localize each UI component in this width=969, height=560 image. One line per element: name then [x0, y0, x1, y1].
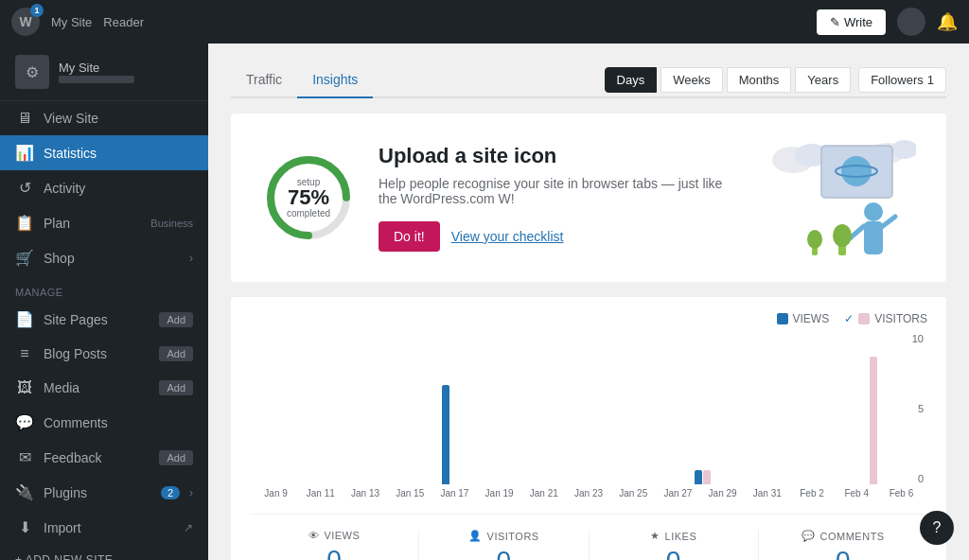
banner-description: Help people recognise your site in brows…: [379, 176, 742, 206]
likes-stat-icon: ★: [650, 530, 661, 542]
banner-illustration: [765, 136, 916, 259]
views-stat-icon: 👁: [308, 530, 320, 541]
tab-traffic[interactable]: Traffic: [231, 62, 297, 98]
sidebar-item-comments[interactable]: 💬 Comments: [0, 405, 208, 440]
period-days-button[interactable]: Days: [605, 67, 658, 93]
svg-point-9: [864, 202, 883, 221]
x-label-8: Jan 25: [611, 488, 656, 499]
chart-y-axis: 10 5 0: [899, 333, 927, 484]
manage-section-label: Manage: [0, 275, 208, 302]
chart-legend: VIEWS ✓ VISITORS: [250, 312, 927, 325]
sidebar-label-media: Media: [44, 380, 150, 395]
site-info: ⚙ My Site: [0, 44, 208, 101]
add-blog-posts-button[interactable]: Add: [159, 346, 193, 361]
views-bar-4: [442, 385, 449, 484]
sidebar-item-activity[interactable]: ↺ Activity: [0, 170, 208, 205]
sidebar-item-plugins[interactable]: 🔌 Plugins 2 ›: [0, 475, 208, 510]
sidebar-label-site-pages: Site Pages: [44, 312, 150, 327]
stat-comments: 💬 COMMENTS 0: [759, 530, 927, 560]
shop-icon: 🛒: [15, 249, 34, 267]
sidebar-item-media[interactable]: 🖼 Media Add: [0, 371, 208, 405]
shop-arrow-icon: ›: [189, 252, 193, 265]
statistics-icon: 📊: [15, 144, 34, 162]
sidebar-item-shop[interactable]: 🛒 Shop ›: [0, 240, 208, 275]
plan-icon: 📋: [15, 214, 34, 232]
add-site-pages-button[interactable]: Add: [159, 312, 193, 327]
views-legend-label: VIEWS: [793, 312, 830, 325]
bar-group-6: [510, 333, 553, 484]
avatar[interactable]: [897, 8, 925, 36]
sidebar-item-import[interactable]: ⬇ Import ↗: [0, 510, 208, 545]
notifications-icon[interactable]: 🔔: [937, 11, 958, 32]
plugins-icon: 🔌: [15, 483, 34, 501]
my-site-link[interactable]: My Site: [51, 15, 92, 29]
comments-stat-icon: 💬: [802, 530, 816, 542]
sidebar-label-activity: Activity: [44, 181, 193, 196]
progress-completed-label: completed: [287, 208, 330, 219]
visitors-legend-label: VISITORS: [874, 312, 927, 325]
y-label-5: 5: [918, 403, 924, 414]
content-tabs: Traffic Insights Days Weeks Months Years…: [231, 62, 946, 98]
top-navigation: W 1 My Site Reader ✎ Write 🔔: [0, 0, 969, 44]
setup-banner: setup 75% completed Upload a site icon H…: [231, 114, 946, 282]
sidebar-label-blog-posts: Blog Posts: [44, 346, 150, 361]
comments-stat-value: 0: [759, 546, 927, 560]
x-label-11: Jan 31: [745, 488, 789, 499]
stat-views: 👁 VIEWS 0: [250, 530, 419, 560]
banner-title: Upload a site icon: [379, 144, 742, 168]
tab-insights[interactable]: Insights: [297, 62, 373, 98]
progress-circle: setup 75% completed: [261, 150, 356, 245]
x-label-14: Feb 6: [879, 488, 924, 499]
x-label-3: Jan 15: [388, 488, 432, 499]
bar-group-3: [382, 333, 425, 484]
visitors-bar-10: [703, 470, 711, 484]
stats-chart: VIEWS ✓ VISITORS 10 5 0: [231, 297, 946, 560]
svg-point-7: [841, 156, 872, 186]
period-years-button[interactable]: Years: [795, 67, 851, 93]
svg-line-12: [883, 217, 895, 226]
add-media-button[interactable]: Add: [159, 380, 193, 395]
add-feedback-button[interactable]: Add: [159, 450, 193, 465]
period-weeks-button[interactable]: Weeks: [661, 67, 723, 93]
bar-group-14: [853, 333, 895, 484]
sidebar-item-statistics[interactable]: 📊 Statistics: [0, 135, 208, 170]
write-button[interactable]: ✎ Write: [817, 9, 886, 35]
blog-posts-icon: ≡: [15, 345, 34, 362]
checklist-link[interactable]: View your checklist: [451, 229, 564, 244]
sidebar-label-view-site: View Site: [44, 111, 193, 126]
sidebar-label-plan: Plan: [44, 216, 141, 231]
x-label-6: Jan 21: [521, 488, 566, 499]
add-new-site-button[interactable]: + ADD NEW SITE: [0, 545, 208, 560]
y-label-10: 10: [912, 333, 924, 344]
followers-count: 1: [927, 73, 934, 87]
visitors-bar-14: [870, 357, 877, 484]
sidebar: ⚙ My Site 🖥 View Site 📊 Statistics ↺ Act…: [0, 44, 208, 560]
sidebar-item-plan[interactable]: 📋 Plan Business: [0, 205, 208, 240]
media-icon: 🖼: [15, 379, 34, 396]
svg-line-11: [850, 226, 864, 238]
likes-stat-value: 0: [590, 546, 758, 560]
followers-button[interactable]: Followers 1: [858, 67, 946, 93]
sidebar-label-plugins: Plugins: [44, 485, 151, 500]
visitors-check-icon: ✓: [844, 312, 854, 325]
chart-x-labels: Jan 9Jan 11Jan 13Jan 15Jan 17Jan 19Jan 2…: [250, 484, 927, 499]
sidebar-item-view-site[interactable]: 🖥 View Site: [0, 101, 208, 135]
sidebar-item-blog-posts[interactable]: ≡ Blog Posts Add: [0, 337, 208, 371]
reader-link[interactable]: Reader: [103, 15, 144, 29]
bar-group-4: [425, 333, 467, 484]
do-it-button[interactable]: Do it!: [379, 221, 440, 252]
x-label-7: Jan 23: [566, 488, 610, 499]
period-months-button[interactable]: Months: [727, 67, 792, 93]
plugins-badge: 2: [161, 486, 180, 499]
svg-point-14: [833, 224, 852, 247]
site-icon: ⚙: [15, 55, 49, 89]
wp-logo[interactable]: W 1: [11, 8, 40, 36]
sidebar-item-feedback[interactable]: ✉ Feedback Add: [0, 440, 208, 475]
x-label-2: Jan 13: [343, 488, 387, 499]
stat-visitors: 👤 VISITORS 0: [419, 530, 589, 560]
views-stat-value: 0: [250, 545, 418, 560]
sidebar-item-site-pages[interactable]: 📄 Site Pages Add: [0, 302, 208, 337]
help-button[interactable]: ?: [920, 511, 954, 545]
views-stat-label: VIEWS: [324, 530, 360, 541]
comments-stat-label: COMMENTS: [820, 531, 885, 542]
